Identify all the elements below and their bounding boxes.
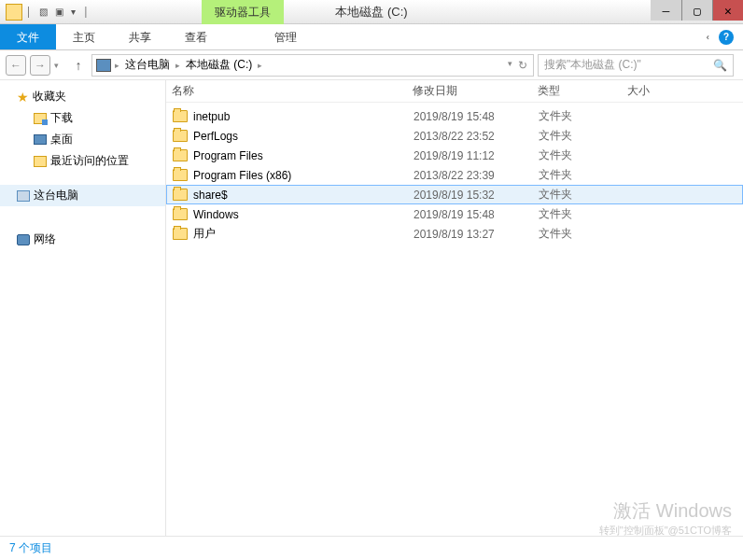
title-bar: │ ▧ ▣ ▾ │ 驱动器工具 本地磁盘 (C:) — ▢ ✕	[0, 0, 743, 24]
chevron-right-icon[interactable]: ▸	[256, 61, 264, 70]
file-date: 2019/8/19 13:27	[414, 228, 539, 241]
minimize-button[interactable]: —	[651, 0, 681, 21]
props-icon[interactable]: ▧	[39, 7, 48, 17]
content-pane: 名称 修改日期 类型 大小 inetpub2019/8/19 15:48文件夹P…	[166, 80, 743, 536]
folder-icon	[173, 110, 188, 122]
file-date: 2019/8/19 11:12	[414, 149, 539, 162]
network-icon	[17, 234, 30, 245]
file-row[interactable]: 用户2019/8/19 13:27文件夹	[166, 224, 743, 244]
history-dropdown-icon[interactable]: ▾	[54, 61, 65, 70]
file-type: 文件夹	[539, 108, 628, 124]
tab-manage[interactable]: 管理	[258, 24, 314, 49]
item-count: 7 个项目	[9, 540, 52, 556]
main-area: ★ 收藏夹 下载 桌面 最近访问的位置 这台电脑 网络 名称 修改日期 类型	[0, 80, 743, 536]
file-date: 2013/8/22 23:52	[414, 130, 539, 143]
nav-this-pc[interactable]: 这台电脑	[0, 185, 165, 206]
divider-icon: │	[83, 7, 89, 17]
nav-item-desktop[interactable]: 桌面	[0, 129, 165, 150]
tab-share[interactable]: 共享	[112, 24, 168, 49]
tab-home[interactable]: 主页	[56, 24, 112, 49]
file-type: 文件夹	[539, 128, 628, 144]
folder-icon	[173, 189, 188, 201]
search-placeholder: 搜索"本地磁盘 (C:)"	[544, 57, 641, 73]
file-tab[interactable]: 文件	[0, 24, 56, 49]
file-date: 2019/8/19 15:32	[414, 189, 539, 202]
column-header-name[interactable]: 名称	[172, 83, 413, 99]
window-title: 本地磁盘 (C:)	[335, 4, 407, 21]
ribbon-tabs: 文件 主页 共享 查看 管理 ⌄ ?	[0, 24, 743, 50]
back-button[interactable]: ←	[6, 55, 26, 76]
nav-label: 最近访问的位置	[50, 153, 129, 169]
star-icon: ★	[17, 90, 29, 105]
file-date: 2019/8/19 15:48	[414, 110, 539, 123]
nav-item-downloads[interactable]: 下载	[0, 107, 165, 129]
forward-button[interactable]: →	[30, 55, 50, 76]
file-row[interactable]: Program Files2019/8/19 11:12文件夹	[166, 146, 743, 165]
nav-item-recent[interactable]: 最近访问的位置	[0, 150, 165, 172]
folder-app-icon[interactable]	[6, 4, 22, 21]
search-icon[interactable]: 🔍	[713, 59, 727, 72]
downloads-icon	[34, 113, 47, 124]
expand-ribbon-icon[interactable]: ⌄	[705, 34, 715, 41]
folder-icon	[173, 169, 188, 181]
maximize-button[interactable]: ▢	[681, 0, 712, 21]
file-name: share$	[193, 189, 414, 202]
file-name: Program Files	[193, 149, 414, 162]
address-dropdown-icon[interactable]: ▾	[508, 59, 512, 72]
file-row[interactable]: Program Files (x86)2013/8/22 23:39文件夹	[166, 165, 743, 185]
status-bar: 7 个项目	[0, 536, 743, 560]
up-button[interactable]: ↑	[69, 58, 88, 73]
address-row: ← → ▾ ↑ ▸ 这台电脑 ▸ 本地磁盘 (C:) ▸ ▾ ↻ 搜索"本地磁盘…	[0, 50, 743, 80]
file-row[interactable]: inetpub2019/8/19 15:48文件夹	[166, 106, 743, 126]
folder-icon	[173, 228, 188, 240]
file-type: 文件夹	[539, 167, 628, 183]
file-type: 文件夹	[539, 147, 628, 163]
navigation-pane: ★ 收藏夹 下载 桌面 最近访问的位置 这台电脑 网络	[0, 80, 166, 536]
column-header-type[interactable]: 类型	[538, 83, 627, 99]
tab-view[interactable]: 查看	[168, 24, 224, 49]
pc-icon	[96, 59, 111, 72]
nav-label: 这台电脑	[34, 188, 78, 203]
refresh-icon[interactable]: ↻	[518, 59, 527, 72]
file-type: 文件夹	[539, 187, 628, 203]
nav-label: 下载	[50, 110, 73, 126]
file-name: Windows	[193, 208, 414, 221]
help-icon[interactable]: ?	[719, 30, 734, 45]
chevron-right-icon[interactable]: ▸	[113, 61, 121, 70]
file-row[interactable]: Windows2019/8/19 15:48文件夹	[166, 204, 743, 224]
quick-access-toolbar: │ ▧ ▣ ▾ │	[26, 7, 90, 17]
divider-icon: │	[26, 7, 32, 17]
file-type: 文件夹	[539, 226, 628, 242]
column-header-date[interactable]: 修改日期	[413, 83, 538, 99]
breadcrumb-segment[interactable]: 本地磁盘 (C:)	[184, 57, 254, 73]
file-type: 文件夹	[539, 206, 628, 222]
nav-network[interactable]: 网络	[0, 229, 165, 250]
nav-label: 收藏夹	[33, 89, 66, 105]
contextual-tab-drive-tools[interactable]: 驱动器工具	[202, 0, 284, 24]
recent-icon	[34, 156, 47, 167]
desktop-icon	[34, 134, 47, 145]
file-row[interactable]: share$2019/8/19 15:32文件夹	[166, 185, 743, 204]
file-row[interactable]: PerfLogs2013/8/22 23:52文件夹	[166, 126, 743, 146]
qat-dropdown-icon[interactable]: ▾	[71, 7, 76, 17]
file-list: inetpub2019/8/19 15:48文件夹PerfLogs2013/8/…	[166, 103, 743, 536]
window-controls: — ▢ ✕	[651, 0, 743, 21]
file-name: inetpub	[193, 110, 414, 123]
nav-label: 桌面	[50, 132, 73, 147]
file-name: PerfLogs	[193, 130, 414, 143]
pc-icon	[17, 190, 30, 202]
file-date: 2019/8/19 15:48	[414, 208, 539, 221]
address-bar[interactable]: ▸ 这台电脑 ▸ 本地磁盘 (C:) ▸ ▾ ↻	[91, 54, 534, 77]
folder-icon	[173, 149, 188, 161]
column-header-size[interactable]: 大小	[627, 83, 693, 99]
new-folder-icon[interactable]: ▣	[55, 7, 63, 17]
folder-icon	[173, 208, 188, 220]
chevron-right-icon[interactable]: ▸	[174, 61, 182, 70]
nav-label: 网络	[34, 231, 56, 247]
search-input[interactable]: 搜索"本地磁盘 (C:)" 🔍	[538, 54, 734, 77]
file-name: 用户	[193, 226, 414, 242]
close-button[interactable]: ✕	[712, 0, 743, 21]
column-headers: 名称 修改日期 类型 大小	[166, 80, 743, 103]
breadcrumb-segment[interactable]: 这台电脑	[123, 57, 172, 73]
nav-favorites[interactable]: ★ 收藏夹	[0, 86, 165, 107]
